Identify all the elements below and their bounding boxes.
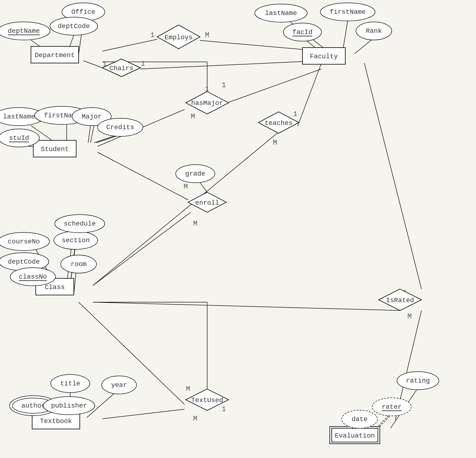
svg-text:M: M <box>408 312 412 320</box>
svg-text:1: 1 <box>150 31 154 39</box>
svg-text:1: 1 <box>222 81 226 89</box>
svg-line-14 <box>98 152 188 200</box>
attr-deptcode-dept-label: deptCode <box>58 23 90 30</box>
entity-faculty-label: Faculty <box>310 53 338 60</box>
entity-class-label: Class <box>45 283 65 291</box>
attr-deptcode-cls-label: deptCode <box>8 258 40 266</box>
attr-firstname-fac-label: firstName <box>330 8 366 16</box>
attr-lastname-fac-label: lastName <box>265 9 297 17</box>
attr-rating-label: rating <box>406 377 430 384</box>
svg-line-11 <box>298 63 322 126</box>
svg-line-24 <box>229 69 322 102</box>
svg-text:1: 1 <box>222 405 226 413</box>
attr-author-label: author <box>21 402 45 409</box>
attr-title-label: title <box>60 380 80 387</box>
entity-evaluation-label: Evaluation <box>335 432 375 440</box>
attr-major-label: Major <box>82 113 102 120</box>
rel-israted-label: IsRated <box>386 297 414 304</box>
attr-credits-label: Credits <box>106 124 134 131</box>
svg-text:M: M <box>184 183 188 191</box>
svg-text:1: 1 <box>293 110 298 118</box>
svg-text:1: 1 <box>141 60 145 68</box>
attr-grade-label: grade <box>185 170 205 177</box>
attr-rater-label: rater <box>382 403 402 411</box>
svg-text:M: M <box>193 220 197 228</box>
svg-text:M: M <box>193 415 197 423</box>
attr-lastname-stu-label: lastName <box>3 113 35 120</box>
rel-textused-label: TextUsed <box>191 397 223 404</box>
attr-section-label: section <box>62 237 90 244</box>
svg-line-8 <box>343 21 348 50</box>
attr-year-label: year <box>111 381 127 389</box>
entity-student-label: Student <box>41 146 69 153</box>
svg-line-20 <box>94 135 117 143</box>
attr-facid-label: facId <box>292 29 312 36</box>
svg-text:M: M <box>191 113 195 121</box>
svg-line-26 <box>93 212 190 285</box>
attr-classno-label: classNo <box>19 273 47 281</box>
attr-courseno-label: courseNo <box>8 238 40 245</box>
svg-line-41 <box>102 409 185 419</box>
svg-line-18 <box>88 126 91 143</box>
rel-enroll-label: enroll <box>195 199 219 207</box>
svg-text:M: M <box>205 31 209 39</box>
attr-office-label: Office <box>71 8 95 16</box>
entity-department-label: Department <box>35 52 75 59</box>
rel-hasmajor-label: hasMajor <box>191 100 223 107</box>
rel-chairs-label: Chairs <box>110 65 134 72</box>
rel-teaches-label: teaches <box>264 119 293 127</box>
svg-line-35 <box>200 183 207 192</box>
svg-text:M: M <box>273 139 277 147</box>
svg-line-19 <box>91 126 94 143</box>
rel-employs-label: Employs <box>165 34 193 41</box>
attr-date-label: date <box>351 416 367 423</box>
svg-line-10 <box>355 40 372 54</box>
svg-line-25 <box>93 132 279 285</box>
entity-textbook-label: Textbook <box>40 417 72 425</box>
svg-line-33 <box>74 271 76 294</box>
attr-publisher-label: publisher <box>51 402 87 409</box>
attr-schedule-label: schedule <box>64 220 96 227</box>
svg-text:M: M <box>186 385 190 393</box>
attr-stuid-label: stuId <box>9 134 29 142</box>
svg-line-4 <box>83 61 102 68</box>
svg-line-49 <box>93 302 400 310</box>
svg-line-12 <box>364 63 421 289</box>
attr-deptname-label: deptName <box>8 27 40 35</box>
attr-rank-label: Rank <box>366 27 382 35</box>
attr-room-label: room <box>70 260 86 268</box>
svg-line-3 <box>102 39 157 51</box>
